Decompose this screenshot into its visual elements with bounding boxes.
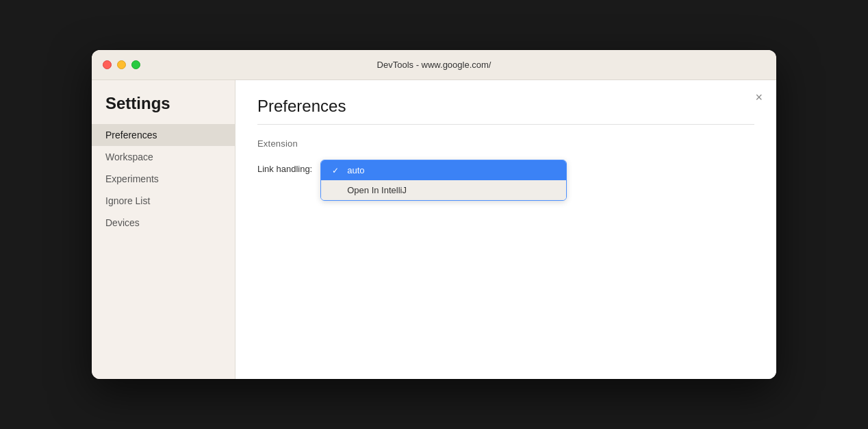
option-auto-label: auto	[347, 165, 364, 175]
sidebar-item-preferences[interactable]: Preferences	[92, 124, 235, 146]
extension-label: Extension	[257, 138, 754, 149]
sidebar-item-devices[interactable]: Devices	[92, 212, 235, 234]
checkmark-auto: ✓	[332, 166, 342, 175]
option-intellij-label: Open In IntelliJ	[347, 185, 407, 195]
dropdown-option-intellij[interactable]: Open In IntelliJ	[321, 180, 566, 200]
link-handling-row: Link handling: ✓ auto Open In IntelliJ	[257, 160, 754, 201]
close-window-button[interactable]	[103, 60, 112, 69]
dropdown-option-auto[interactable]: ✓ auto	[321, 160, 566, 180]
window-title: DevTools - www.google.com/	[377, 60, 492, 70]
sidebar-item-experiments[interactable]: Experiments	[92, 168, 235, 190]
minimize-window-button[interactable]	[117, 60, 126, 69]
window-body: Settings Preferences Workspace Experimen…	[92, 80, 776, 379]
traffic-lights	[103, 60, 140, 69]
devtools-window: DevTools - www.google.com/ Settings Pref…	[92, 50, 776, 379]
sidebar: Settings Preferences Workspace Experimen…	[92, 80, 235, 379]
link-handling-label: Link handling:	[257, 160, 312, 174]
section-divider	[257, 124, 754, 125]
sidebar-item-ignore-list[interactable]: Ignore List	[92, 190, 235, 212]
close-button[interactable]: ×	[755, 91, 763, 103]
dropdown-open-list: ✓ auto Open In IntelliJ	[320, 160, 567, 201]
link-handling-dropdown[interactable]: ✓ auto Open In IntelliJ	[320, 160, 567, 201]
main-content: × Preferences Extension Link handling: ✓…	[235, 80, 776, 379]
maximize-window-button[interactable]	[131, 60, 140, 69]
titlebar: DevTools - www.google.com/	[92, 50, 776, 80]
section-title: Preferences	[257, 97, 754, 116]
sidebar-title: Settings	[92, 94, 235, 124]
sidebar-item-workspace[interactable]: Workspace	[92, 146, 235, 168]
page-wrapper: DevTools - www.google.com/ Settings Pref…	[0, 0, 868, 429]
